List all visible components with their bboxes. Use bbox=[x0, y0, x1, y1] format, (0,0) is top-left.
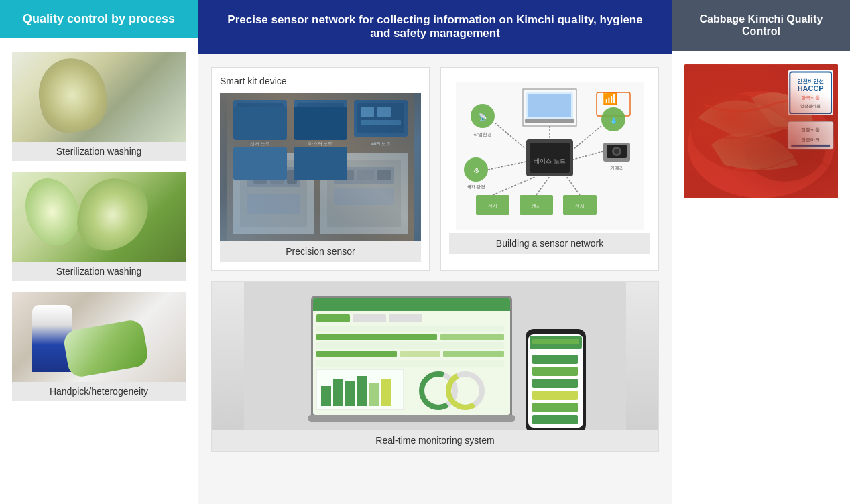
svg-rect-2 bbox=[237, 103, 284, 133]
svg-rect-79 bbox=[316, 334, 437, 340]
svg-text:베이스 노드: 베이스 노드 bbox=[534, 158, 566, 164]
precision-sensor-label: Precision sensor bbox=[220, 241, 421, 262]
svg-rect-1 bbox=[233, 100, 287, 137]
svg-text:전통식품: 전통식품 bbox=[801, 127, 820, 133]
svg-rect-12 bbox=[357, 103, 404, 133]
svg-rect-0 bbox=[227, 93, 414, 241]
svg-rect-15 bbox=[361, 120, 401, 125]
sensor-network-card: 베이스 노드 📶 📡 ⚙ bbox=[440, 67, 659, 271]
svg-text:안전관리원: 안전관리원 bbox=[800, 104, 821, 108]
right-panel: Cabbage Kimchi Quality Control 인천비인선 HAC… bbox=[672, 0, 850, 504]
svg-rect-14 bbox=[377, 107, 391, 117]
cabbage-wash-image-2 bbox=[12, 172, 186, 262]
svg-text:📡: 📡 bbox=[479, 113, 487, 121]
svg-rect-24 bbox=[270, 170, 284, 184]
svg-rect-25 bbox=[287, 170, 297, 184]
monitoring-card: Real-time monitoring system bbox=[211, 281, 659, 452]
process-label-2: Sterilization washing bbox=[12, 262, 186, 281]
svg-rect-6 bbox=[294, 100, 347, 137]
svg-rect-3 bbox=[240, 107, 253, 117]
process-label-3: Handpick/heterogeneity bbox=[12, 382, 186, 401]
svg-rect-5 bbox=[240, 120, 280, 125]
svg-point-56 bbox=[614, 149, 619, 154]
svg-rect-42 bbox=[525, 119, 574, 123]
svg-rect-114 bbox=[790, 72, 831, 113]
process-item-2: Sterilization washing bbox=[12, 172, 186, 281]
svg-rect-41 bbox=[528, 94, 571, 117]
svg-rect-97 bbox=[308, 415, 515, 422]
svg-rect-90 bbox=[357, 376, 367, 406]
svg-rect-23 bbox=[253, 170, 267, 184]
svg-rect-122 bbox=[791, 145, 830, 147]
handpick-image bbox=[12, 292, 186, 382]
svg-rect-77 bbox=[389, 314, 422, 322]
svg-rect-112 bbox=[684, 64, 838, 198]
center-header: Precise sensor network for collecting in… bbox=[198, 0, 672, 54]
svg-text:💧: 💧 bbox=[610, 117, 618, 125]
process-item-3: Handpick/heterogeneity bbox=[12, 292, 186, 401]
svg-rect-84 bbox=[443, 351, 504, 357]
svg-rect-9 bbox=[317, 107, 330, 117]
svg-text:센서: 센서 bbox=[575, 204, 585, 208]
process-item-1: Sterilization washing bbox=[12, 52, 186, 161]
center-panel: Precise sensor network for collecting in… bbox=[198, 0, 672, 504]
svg-rect-105 bbox=[532, 391, 578, 400]
svg-rect-88 bbox=[333, 379, 343, 406]
svg-text:⚙: ⚙ bbox=[473, 167, 479, 174]
svg-rect-31 bbox=[357, 170, 374, 180]
svg-rect-83 bbox=[400, 351, 440, 357]
svg-rect-80 bbox=[440, 334, 504, 340]
svg-rect-76 bbox=[353, 314, 386, 322]
svg-rect-113 bbox=[788, 70, 833, 115]
svg-text:마스터 노드: 마스터 노드 bbox=[308, 141, 333, 146]
svg-rect-103 bbox=[532, 367, 578, 376]
svg-rect-29 bbox=[334, 188, 394, 205]
cabbage-wash-image-1 bbox=[12, 52, 186, 142]
svg-rect-22 bbox=[247, 194, 300, 214]
svg-rect-28 bbox=[334, 167, 394, 184]
svg-rect-21 bbox=[247, 167, 300, 187]
svg-rect-102 bbox=[532, 355, 578, 364]
process-label-1: Sterilization washing bbox=[12, 142, 186, 161]
svg-text:한국식품: 한국식품 bbox=[801, 95, 820, 101]
svg-text:카메라: 카메라 bbox=[610, 166, 624, 170]
svg-rect-104 bbox=[532, 379, 578, 388]
svg-text:배재관경: 배재관경 bbox=[467, 184, 485, 189]
sensor-network-image: 베이스 노드 📶 📡 ⚙ bbox=[449, 82, 650, 230]
svg-text:WiFi 노드: WiFi 노드 bbox=[371, 141, 391, 146]
svg-rect-82 bbox=[316, 351, 397, 357]
svg-rect-19 bbox=[233, 153, 314, 234]
smart-kit-card: Smart kit device bbox=[211, 67, 430, 271]
svg-rect-92 bbox=[381, 379, 391, 406]
svg-rect-32 bbox=[377, 170, 391, 180]
svg-rect-7 bbox=[297, 103, 344, 133]
svg-rect-30 bbox=[337, 170, 354, 180]
smart-kit-image: 센서 노드 마스터 노드 WiFi 노드 bbox=[220, 93, 421, 241]
svg-rect-85 bbox=[316, 360, 504, 367]
left-header: Quality control by process bbox=[0, 0, 198, 38]
svg-text:센서 노드: 센서 노드 bbox=[250, 141, 270, 146]
svg-point-109 bbox=[688, 91, 835, 198]
svg-rect-119 bbox=[788, 121, 833, 149]
svg-rect-101 bbox=[532, 339, 579, 344]
svg-text:센서: 센서 bbox=[532, 204, 541, 208]
svg-rect-81 bbox=[316, 342, 504, 349]
svg-rect-75 bbox=[316, 314, 350, 322]
sensor-row: Smart kit device bbox=[211, 67, 659, 271]
svg-text:📶: 📶 bbox=[603, 91, 618, 106]
svg-rect-87 bbox=[321, 386, 331, 406]
smart-kit-title: Smart kit device bbox=[220, 76, 421, 86]
left-panel: Quality control by process Sterilization… bbox=[0, 0, 198, 504]
monitoring-image bbox=[212, 282, 658, 430]
svg-point-110 bbox=[691, 94, 784, 168]
monitoring-label: Real-time monitoring system bbox=[212, 430, 658, 451]
svg-text:인증마크: 인증마크 bbox=[801, 137, 820, 142]
svg-rect-8 bbox=[300, 107, 314, 117]
svg-rect-91 bbox=[369, 383, 379, 406]
svg-rect-10 bbox=[300, 120, 341, 125]
svg-rect-107 bbox=[532, 415, 578, 424]
svg-text:인천비인선: 인천비인선 bbox=[797, 78, 824, 84]
sensor-network-label: Building a sensor network bbox=[449, 233, 650, 254]
svg-rect-26 bbox=[320, 153, 408, 234]
svg-rect-74 bbox=[313, 306, 510, 311]
